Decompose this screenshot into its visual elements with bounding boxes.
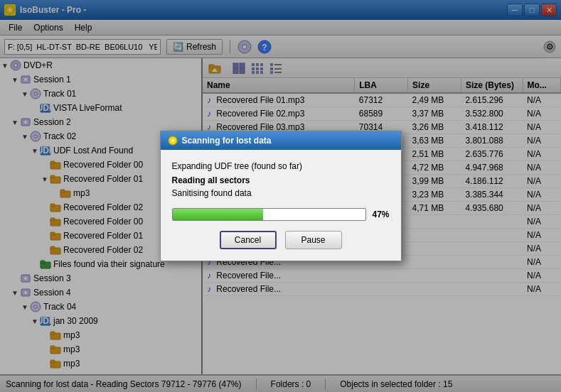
pause-button[interactable]: Pause [285, 231, 342, 249]
cancel-button[interactable]: Cancel [220, 231, 277, 249]
modal-buttons: Cancel Pause [172, 231, 390, 249]
modal-overlay: Scanning for lost data Expanding UDF tre… [0, 0, 561, 392]
modal-title-text: Scanning for lost data [182, 136, 272, 146]
modal-line1: Expanding UDF tree (found so far) [172, 161, 390, 171]
progress-percent: 47% [372, 209, 389, 219]
modal-title-bar: Scanning for lost data [161, 131, 401, 150]
scan-dialog: Scanning for lost data Expanding UDF tre… [160, 131, 402, 261]
modal-line3: Sanitising found data [172, 188, 390, 198]
svg-point-75 [171, 139, 174, 142]
modal-body: Expanding UDF tree (found so far) Readin… [161, 150, 401, 261]
modal-icon [168, 136, 178, 146]
modal-line2: Reading all sectors [172, 175, 390, 185]
progress-bar-bg [172, 208, 367, 221]
progress-container: 47% [172, 208, 390, 221]
progress-bar-fill [173, 209, 264, 220]
